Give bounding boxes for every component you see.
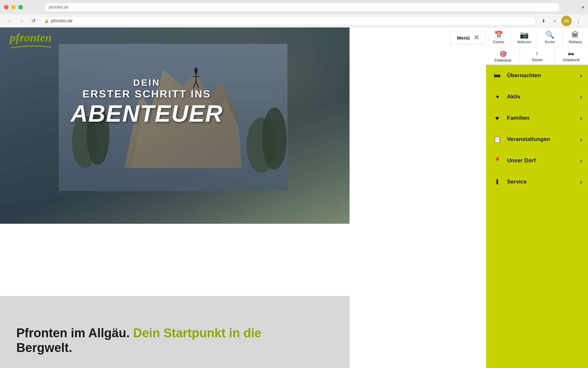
hero-line3: ABENTEUER (71, 100, 223, 127)
veranstaltungen-label: Veranstaltungen (507, 136, 580, 143)
subnav-erlebnisse-label: Erlebnisse (495, 58, 511, 62)
aktiv-icon: ✦ (492, 92, 502, 102)
logo-text: pfronten (10, 31, 52, 44)
rathaus-icon: 🏛 (572, 31, 579, 39)
menu-item-unser-dorf[interactable]: 📍 Unser Dorf › (486, 150, 588, 171)
url-bar[interactable]: 🔒 pfronten.de (41, 16, 536, 26)
profile-button[interactable]: OA (561, 16, 572, 26)
more-button[interactable]: ⋮ (574, 16, 583, 26)
menu-item-veranstaltungen[interactable]: 📋 Veranstaltungen › (486, 129, 588, 150)
veranstaltungen-chevron: › (580, 136, 582, 143)
subnav-unterkunft[interactable]: 🛏 Unterkunft (554, 47, 588, 65)
suche-icon: 🔍 (546, 31, 554, 39)
close-icon: ✕ (474, 34, 479, 42)
unser-dorf-icon: 📍 (492, 155, 502, 166)
ubernachten-chevron: › (580, 72, 582, 79)
download-button[interactable]: ⬇ (539, 16, 548, 26)
events-label: Events (493, 40, 504, 44)
bottom-title-line2: Bergwelt. (16, 341, 333, 355)
bottom-title-part2: Dein Startpunkt in die (133, 326, 262, 340)
browser-titlebar: pfronten.de ▾ (0, 0, 588, 14)
subnav-unterkunft-label: Unterkunft (563, 58, 580, 62)
menu-button[interactable]: Menü ✕ (450, 31, 486, 44)
menu-item-familien[interactable]: ♥ Familien › (486, 108, 588, 129)
bookmark-button[interactable]: ☆ (550, 16, 559, 26)
close-dot[interactable] (4, 5, 8, 9)
menu-subnav-row: 🎯 Erlebnisse ↑ Touren 🛏 Unterkunft (486, 47, 588, 65)
rathaus-label: Rathaus (569, 40, 582, 44)
url-text: pfronten.de (51, 18, 73, 23)
ubernachten-icon: 🛏 (492, 70, 502, 81)
service-icon: ℹ (492, 177, 502, 187)
maximize-dot[interactable] (18, 5, 23, 9)
menu-item-service[interactable]: ℹ Service › (486, 171, 588, 192)
subnav-erlebnisse[interactable]: 🎯 Erlebnisse (486, 47, 520, 65)
top-nav-icons-row: 📅 Events 📷 Webcam 🔍 Suche 🏛 Rathaus (486, 27, 588, 47)
website-content: DEIN ERSTER SCHRITT INS ABENTEUER pfront… (0, 27, 588, 368)
familien-icon: ♥ (492, 113, 502, 123)
familien-label: Familien (507, 115, 580, 121)
service-label: Service (507, 179, 580, 185)
lock-icon: 🔒 (44, 19, 49, 23)
subnav-touren-label: Touren (531, 58, 543, 62)
erlebnisse-icon: 🎯 (499, 50, 507, 58)
dropdown-menu-panel: 🎯 Erlebnisse ↑ Touren 🛏 Unterkunft 🛏 Übe… (486, 47, 588, 192)
subnav-touren[interactable]: ↑ Touren (520, 47, 554, 65)
nav-rathaus[interactable]: 🏛 Rathaus (563, 27, 588, 47)
suche-label: Suche (545, 40, 555, 44)
svg-point-6 (262, 108, 287, 170)
ubernachten-label: Übernachten (507, 72, 580, 79)
browser-actions: ⬇ ☆ OA ⋮ (539, 16, 583, 26)
webcam-label: Webcam (517, 40, 531, 44)
veranstaltungen-icon: 📋 (492, 134, 502, 145)
hero-section: DEIN ERSTER SCHRITT INS ABENTEUER (0, 27, 350, 224)
minimize-dot[interactable] (11, 5, 16, 9)
bottom-content-section: Pfronten im Allgäu. Dein Startpunkt in d… (0, 296, 350, 368)
back-button[interactable]: ← (5, 16, 14, 26)
touren-icon: ↑ (535, 50, 538, 57)
familien-chevron: › (580, 115, 582, 122)
menu-item-aktiv[interactable]: ✦ Aktiv › (486, 86, 588, 108)
logo-swoosh (10, 44, 52, 49)
unser-dorf-chevron: › (580, 157, 582, 164)
hero-line2: ERSTER SCHRITT INS (71, 88, 223, 100)
service-chevron: › (580, 179, 582, 185)
aktiv-label: Aktiv (507, 94, 580, 100)
browser-toolbar: ← → ↺ 🔒 pfronten.de ⬇ ☆ OA ⋮ (0, 14, 588, 27)
nav-suche[interactable]: 🔍 Suche (537, 27, 563, 47)
refresh-button[interactable]: ↺ (29, 16, 38, 26)
aktiv-chevron: › (580, 94, 582, 100)
bottom-title-part1: Pfronten im Allgäu. (16, 326, 133, 340)
hero-text-block: DEIN ERSTER SCHRITT INS ABENTEUER (71, 78, 223, 127)
hero-line1: DEIN (71, 78, 223, 88)
svg-point-7 (194, 67, 198, 74)
bottom-title: Pfronten im Allgäu. Dein Startpunkt in d… (16, 326, 333, 341)
forward-button[interactable]: → (17, 16, 26, 26)
browser-chrome: pfronten.de ▾ ← → ↺ 🔒 pfronten.de ⬇ ☆ OA… (0, 0, 588, 27)
tab-bar: pfronten.de (45, 3, 560, 12)
site-logo[interactable]: pfronten (10, 31, 52, 51)
unser-dorf-label: Unser Dorf (507, 157, 580, 164)
window-dropdown[interactable]: ▾ (582, 5, 584, 10)
nav-webcam[interactable]: 📷 Webcam (512, 27, 537, 47)
menu-item-ubernachten[interactable]: 🛏 Übernachten › (486, 65, 588, 86)
nav-events[interactable]: 📅 Events (486, 27, 512, 47)
menu-label: Menü (457, 35, 470, 41)
webcam-icon: 📷 (520, 31, 529, 39)
events-icon: 📅 (494, 31, 503, 39)
unterkunft-icon: 🛏 (568, 50, 574, 57)
